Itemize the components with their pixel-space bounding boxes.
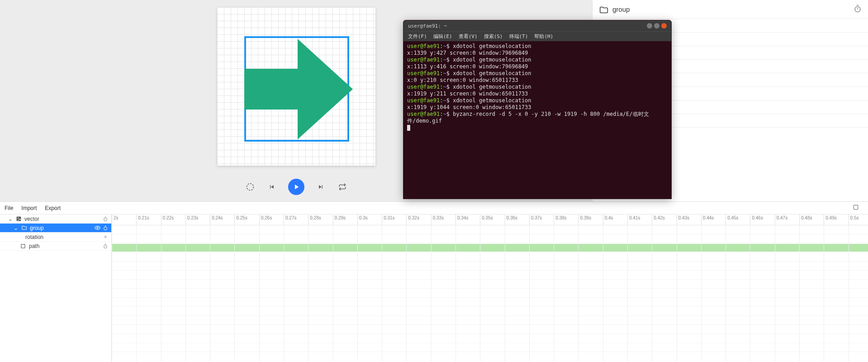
menu-help[interactable]: 帮助(H) xyxy=(534,33,553,40)
terminal-body[interactable]: user@fae91:~$ xdotool getmouselocation x… xyxy=(403,41,671,133)
stopwatch-icon[interactable] xyxy=(102,216,109,222)
menu-file[interactable]: File xyxy=(5,205,13,211)
ruler-tick[interactable]: 0.46s xyxy=(750,214,763,225)
layer-label: rotation xyxy=(25,234,100,240)
layer-group[interactable]: ⌄ group xyxy=(0,224,111,233)
timeline-tracks[interactable]: 2s0.21s0.22s0.23s0.24s0.25s0.26s0.27s0.2… xyxy=(112,214,868,362)
ruler-tick[interactable]: 0.25s xyxy=(234,214,247,225)
ruler-tick[interactable]: 0.44s xyxy=(701,214,714,225)
track-row[interactable] xyxy=(112,252,868,262)
menu-file[interactable]: 文件(F) xyxy=(408,33,427,40)
ruler-tick[interactable]: 0.5s xyxy=(849,214,859,225)
terminal-window[interactable]: user@fae91: ~ 文件(F) 编辑(E) 查看(V) 搜索(S) 终端… xyxy=(403,20,672,199)
stopwatch-icon[interactable] xyxy=(854,5,862,14)
ruler-tick[interactable]: 0.48s xyxy=(799,214,812,225)
ruler-tick[interactable]: 0.22s xyxy=(161,214,174,225)
terminal-titlebar[interactable]: user@fae91: ~ xyxy=(403,20,671,31)
ruler-tick[interactable]: 0.43s xyxy=(677,214,689,225)
layer-label: group xyxy=(30,225,91,231)
layer-label: path xyxy=(29,243,100,249)
ruler-tick[interactable]: 0.47s xyxy=(775,214,787,225)
track-row[interactable] xyxy=(112,280,868,289)
prev-frame-button[interactable] xyxy=(266,181,277,192)
ruler-tick[interactable]: 0.36s xyxy=(505,214,517,225)
ruler-tick[interactable]: 0.39s xyxy=(578,214,591,225)
ruler-tick[interactable]: 0.42s xyxy=(652,214,664,225)
folder-icon xyxy=(599,5,608,14)
track-row[interactable] xyxy=(112,289,868,298)
layers-toggle-icon[interactable] xyxy=(853,204,859,212)
ruler-tick[interactable]: 0.28s xyxy=(308,214,321,225)
menu-search[interactable]: 搜索(S) xyxy=(484,33,503,40)
stopwatch-icon[interactable] xyxy=(102,225,109,231)
ruler-tick[interactable]: 0.38s xyxy=(554,214,566,225)
path-icon xyxy=(20,243,26,249)
keyframe-bar[interactable] xyxy=(112,244,868,252)
ruler-tick[interactable]: 0.4s xyxy=(603,214,613,225)
track-row[interactable] xyxy=(112,225,868,234)
image-icon xyxy=(15,216,22,222)
track-row[interactable] xyxy=(112,271,868,280)
loading-icon[interactable] xyxy=(245,181,256,192)
track-row[interactable] xyxy=(112,243,868,252)
ruler-tick[interactable]: 0.35s xyxy=(480,214,493,225)
menu-view[interactable]: 查看(V) xyxy=(459,33,478,40)
menu-import[interactable]: Import xyxy=(21,205,37,211)
menu-terminal[interactable]: 终端(T) xyxy=(509,33,528,40)
svg-point-5 xyxy=(17,218,18,219)
track-row[interactable] xyxy=(112,262,868,271)
canvas-area: user@fae91: ~ 文件(F) 编辑(E) 查看(V) 搜索(S) 终端… xyxy=(0,0,592,201)
svg-marker-0 xyxy=(244,39,353,139)
window-minimize-icon[interactable] xyxy=(647,23,652,29)
canvas[interactable] xyxy=(217,7,375,166)
caret-icon[interactable]: ⌄ xyxy=(14,225,18,231)
track-row[interactable] xyxy=(112,298,868,307)
layer-label: vector xyxy=(24,216,100,222)
ruler-tick[interactable]: 0.21s xyxy=(136,214,149,225)
loop-button[interactable] xyxy=(337,181,348,192)
track-row[interactable] xyxy=(112,234,868,243)
ruler-tick[interactable]: 0.34s xyxy=(455,214,468,225)
track-row[interactable] xyxy=(112,316,868,325)
ruler-tick[interactable]: 0.33s xyxy=(431,214,444,225)
stopwatch-icon[interactable] xyxy=(102,243,109,249)
ruler-tick[interactable]: 0.31s xyxy=(382,214,394,225)
ruler-tick[interactable]: 0.29s xyxy=(333,214,346,225)
ruler-tick[interactable]: 0.37s xyxy=(529,214,542,225)
track-row[interactable] xyxy=(112,307,868,316)
ruler-tick[interactable]: 0.41s xyxy=(627,214,640,225)
terminal-menubar[interactable]: 文件(F) 编辑(E) 查看(V) 搜索(S) 终端(T) 帮助(H) xyxy=(403,31,671,41)
layer-vector[interactable]: ⌄ vector xyxy=(0,214,111,224)
ruler-tick[interactable]: 0.45s xyxy=(726,214,738,225)
ruler-tick[interactable]: 0.24s xyxy=(210,214,223,225)
layer-path[interactable]: path xyxy=(0,242,111,251)
ruler-tick[interactable]: 0.49s xyxy=(824,214,836,225)
track-row[interactable] xyxy=(112,325,868,334)
next-frame-button[interactable] xyxy=(315,181,326,192)
timeline-ruler[interactable]: 2s0.21s0.22s0.23s0.24s0.25s0.26s0.27s0.2… xyxy=(112,214,868,225)
ruler-tick[interactable]: 0.26s xyxy=(259,214,272,225)
menu-export[interactable]: Export xyxy=(45,205,61,211)
play-button[interactable] xyxy=(288,179,304,195)
layers-panel: ⌄ vector ⌄ group xyxy=(0,214,112,362)
window-close-icon[interactable] xyxy=(661,23,667,29)
caret-icon[interactable]: ⌄ xyxy=(8,216,13,222)
terminal-title: user@fae91: ~ xyxy=(408,23,447,29)
eye-icon[interactable] xyxy=(94,225,100,231)
ruler-tick[interactable]: 0.32s xyxy=(406,214,419,225)
menu-edit[interactable]: 编辑(E) xyxy=(433,33,452,40)
folder-icon xyxy=(21,225,27,231)
arrow-shape[interactable] xyxy=(244,39,353,139)
ruler-tick[interactable]: 0.23s xyxy=(185,214,198,225)
window-maximize-icon[interactable] xyxy=(654,23,659,29)
ruler-tick[interactable]: 0.27s xyxy=(284,214,296,225)
plus-icon[interactable]: ＋ xyxy=(102,234,109,240)
track-row[interactable] xyxy=(112,343,868,352)
track-row[interactable] xyxy=(112,334,868,343)
ruler-tick[interactable]: 2s xyxy=(112,214,119,225)
svg-point-7 xyxy=(96,227,98,229)
ruler-tick[interactable]: 0.3s xyxy=(357,214,368,225)
svg-point-10 xyxy=(104,245,107,248)
svg-rect-9 xyxy=(21,244,25,248)
layer-rotation[interactable]: rotation ＋ xyxy=(0,233,111,242)
